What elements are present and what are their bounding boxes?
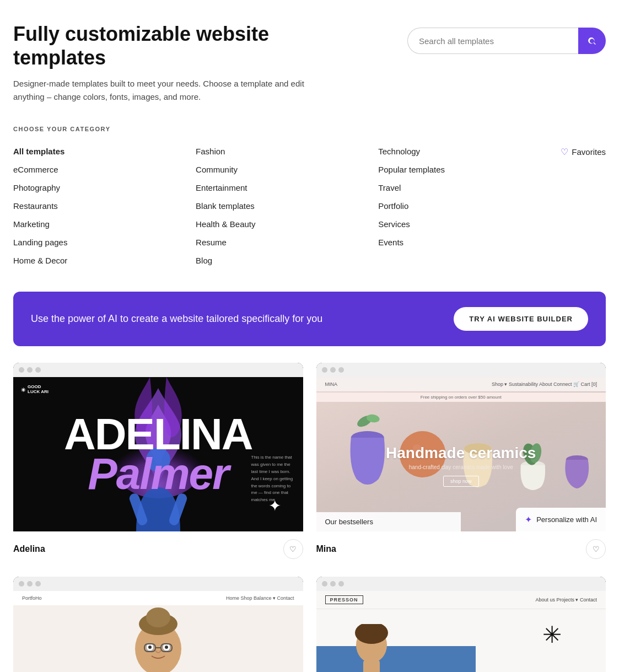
category-fashion[interactable]: Fashion (196, 142, 378, 160)
adelina-logo: ✳ GOOD LUCK ARI (21, 385, 49, 395)
ai-website-builder-button[interactable]: TRY AI WEBSITE BUILDER (454, 307, 588, 331)
category-entertainment[interactable]: Entertainment (196, 179, 378, 197)
browser-dot-1 (19, 367, 24, 373)
presson-person-svg (327, 624, 416, 672)
browser-dot-p2 (330, 581, 336, 587)
category-label: CHOOSE YOUR CATEGORY (13, 126, 606, 132)
category-photography[interactable]: Photography (13, 179, 196, 197)
ai-banner-text: Use the power of AI to create a website … (31, 313, 322, 325)
ai-banner: Use the power of AI to create a website … (13, 292, 606, 346)
category-ecommerce[interactable]: eCommerce (13, 160, 196, 179)
mina-preview[interactable]: MINA Shop ▾ Sustainability About Connect… (316, 363, 606, 531)
mina-shop-button[interactable]: shop now (443, 476, 479, 487)
presson-nav-links: About us Projects ▾ Contact (535, 597, 597, 603)
category-blog[interactable]: Blog (196, 251, 378, 270)
category-community[interactable]: Community (196, 160, 378, 179)
mina-hero-text: Handmade ceramics hand-crafted clay cera… (386, 444, 536, 487)
category-home-decor[interactable]: Home & Decor (13, 251, 196, 270)
ester-person-svg (81, 608, 235, 672)
svg-point-21 (148, 646, 152, 649)
category-all-templates[interactable]: All templates (13, 142, 196, 160)
favorites-heart-icon: ♡ (561, 147, 568, 157)
browser-dot-m1 (322, 367, 327, 373)
search-wrapper (407, 28, 606, 54)
svg-point-18 (146, 608, 170, 627)
mina-bg: MINA Shop ▾ Sustainability About Connect… (316, 377, 606, 531)
presson-bg: PRESSON About us Projects ▾ Contact (316, 591, 606, 672)
template-card-adelina: ✳ GOOD LUCK ARI ADELINA Palmer This is t… (13, 363, 303, 563)
browser-dot-3 (35, 367, 41, 373)
category-resume[interactable]: Resume (196, 233, 378, 251)
category-marketing[interactable]: Marketing (13, 215, 196, 233)
mina-hero-subtext: hand-crafted clay ceramics made with lov… (386, 464, 536, 470)
category-col-2: Fashion Community Entertainment Blank te… (196, 142, 378, 270)
personalize-icon: ✦ (525, 514, 532, 525)
presson-starburst: ✳ (542, 621, 562, 648)
category-col-favorites: ♡ Favorites (561, 142, 606, 270)
ester-nav: Home Shop Balance ▾ Contact (226, 595, 294, 601)
favorites-item[interactable]: ♡ Favorites (561, 142, 606, 162)
ester-logo: PortfoHo (22, 595, 42, 601)
presson-logo: PRESSON (325, 595, 363, 604)
mina-logo: MINA (325, 381, 338, 387)
mina-bestsellers-overlay: Our bestsellers (316, 512, 461, 531)
header-section: Fully customizable website templates Des… (0, 0, 619, 115)
browser-dot-e2 (27, 581, 33, 587)
ester-preview[interactable]: PortfoHo Home Shop Balance ▾ Contact (13, 577, 303, 672)
ester-bg: PortfoHo Home Shop Balance ▾ Contact (13, 591, 303, 672)
mina-bestsellers-label: Our bestsellers (325, 518, 373, 526)
mina-hero-heading: Handmade ceramics (386, 444, 536, 462)
category-blank-templates[interactable]: Blank templates (196, 197, 378, 215)
subtitle: Designer-made templates built to meet yo… (13, 77, 333, 104)
browser-dot-m2 (330, 367, 336, 373)
browser-dot-p1 (322, 581, 327, 587)
presson-preview[interactable]: PRESSON About us Projects ▾ Contact (316, 577, 606, 672)
adelina-bg: ✳ GOOD LUCK ARI ADELINA Palmer This is t… (13, 377, 303, 531)
category-health-beauty[interactable]: Health & Beauty (196, 215, 378, 233)
main-title: Fully customizable website templates (13, 22, 333, 69)
adelina-starburst: ✦ (268, 497, 281, 515)
favorites-label: Favorites (572, 147, 606, 157)
personalize-overlay[interactable]: ✦ Personalize with AI (516, 508, 606, 531)
browser-bar-ester (13, 577, 303, 591)
category-col-3: Technology Popular templates Travel Port… (378, 142, 561, 270)
adelina-img-area: ✳ GOOD LUCK ARI ADELINA Palmer This is t… (13, 377, 303, 531)
adelina-favorite-button[interactable]: ♡ (283, 539, 303, 559)
category-landing-pages[interactable]: Landing pages (13, 233, 196, 251)
browser-dot-e3 (35, 581, 41, 587)
ester-header: PortfoHo Home Shop Balance ▾ Contact (13, 591, 303, 605)
category-technology[interactable]: Technology (378, 142, 561, 160)
adelina-hero-text: ADELINA Palmer (64, 415, 252, 494)
category-events[interactable]: Events (378, 233, 561, 251)
personalize-label: Personalize with AI (536, 515, 597, 524)
mina-nav: MINA Shop ▾ Sustainability About Connect… (316, 377, 606, 391)
template-card-ester: PortfoHo Home Shop Balance ▾ Contact (13, 577, 303, 672)
browser-dot-2 (27, 367, 33, 373)
template-card-presson: PRESSON About us Projects ▾ Contact (316, 577, 606, 672)
category-section: CHOOSE YOUR CATEGORY All templates eComm… (0, 115, 619, 286)
templates-grid: ✳ GOOD LUCK ARI ADELINA Palmer This is t… (13, 363, 606, 672)
category-restaurants[interactable]: Restaurants (13, 197, 196, 215)
mina-nav-links: Shop ▾ Sustainability About Connect 🛒 Ca… (492, 381, 597, 387)
presson-nav: PRESSON About us Projects ▾ Contact (316, 591, 606, 609)
category-portfolio[interactable]: Portfolio (378, 197, 561, 215)
adelina-preview[interactable]: ✳ GOOD LUCK ARI ADELINA Palmer This is t… (13, 363, 303, 531)
search-button[interactable] (578, 28, 606, 54)
category-grid: All templates eCommerce Photography Rest… (13, 142, 606, 270)
search-input[interactable] (407, 28, 578, 54)
category-travel[interactable]: Travel (378, 179, 561, 197)
template-card-mina: MINA Shop ▾ Sustainability About Connect… (316, 363, 606, 563)
ester-img-area: PortfoHo Home Shop Balance ▾ Contact (13, 591, 303, 672)
mina-name: Mina (316, 544, 336, 554)
category-services[interactable]: Services (378, 215, 561, 233)
mina-img-area: MINA Shop ▾ Sustainability About Connect… (316, 377, 606, 531)
category-col-1: All templates eCommerce Photography Rest… (13, 142, 196, 270)
header-text: Fully customizable website templates Des… (13, 22, 333, 104)
category-popular-templates[interactable]: Popular templates (378, 160, 561, 179)
browser-bar-presson (316, 577, 606, 591)
mina-favorite-button[interactable]: ♡ (586, 539, 606, 559)
svg-rect-28 (363, 660, 380, 672)
presson-img-area: PRESSON About us Projects ▾ Contact (316, 591, 606, 672)
browser-dot-p3 (338, 581, 344, 587)
search-icon (587, 36, 597, 46)
